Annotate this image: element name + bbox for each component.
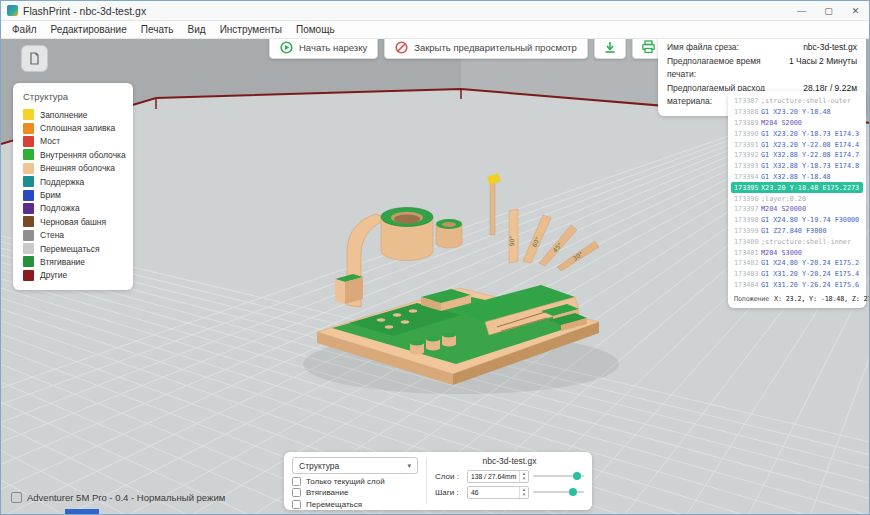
preview-controls-panel: Структура ▾ Только текущий слой Втягиван…: [284, 452, 592, 510]
info-value: nbc-3d-test.gx: [803, 41, 857, 55]
checkbox-icon: [292, 488, 301, 497]
layers-stepper[interactable]: ▴ ▾: [519, 471, 528, 482]
angle-label: 90°: [508, 236, 515, 247]
position-label: Положение: [734, 295, 769, 303]
document-icon: [28, 52, 41, 65]
legend-item: Перемещаться: [23, 242, 123, 255]
menu-print[interactable]: Печать: [134, 21, 181, 38]
info-label: Предполагаемое время печати:: [667, 55, 789, 82]
checkbox-icon: [292, 500, 301, 509]
close-preview-label: Закрыть предварительный просмотр: [414, 42, 577, 53]
maximize-button[interactable]: ▢: [815, 1, 842, 20]
steps-slider[interactable]: [533, 485, 584, 499]
gcode-line[interactable]: 173400;structure:shell-inner: [731, 236, 863, 247]
legend-swatch: [23, 230, 34, 241]
app-logo-icon: [7, 5, 18, 16]
taskbar-fragment: [65, 509, 99, 515]
legend-item: Внутренняя оболочка: [23, 148, 123, 161]
legend-item: Сплошная заливка: [23, 121, 123, 134]
legend-swatch: [23, 270, 34, 281]
step-down-icon: ▾: [523, 492, 526, 498]
legend-item: Подложка: [23, 202, 123, 215]
title-bar: FlashPrint - nbc-3d-test.gx — ▢ ✕: [1, 1, 869, 21]
machine-status-text: Adventurer 5M Pro - 0.4 - Нормальный реж…: [27, 492, 225, 503]
menu-edit[interactable]: Редактирование: [44, 21, 134, 38]
steps-label: Шаги :: [435, 488, 463, 497]
gcode-line[interactable]: 173401M204 S3000: [731, 247, 863, 258]
view-mode-value: Структура: [299, 461, 339, 471]
slider-handle[interactable]: [573, 472, 581, 480]
load-file-button[interactable]: [21, 45, 48, 72]
preview-file-name: nbc-3d-test.gx: [435, 456, 584, 466]
only-current-layer-checkbox[interactable]: Только текущий слой: [292, 477, 418, 486]
gcode-line[interactable]: 173389M204 S2000: [731, 118, 863, 129]
printer-icon: [641, 40, 656, 54]
legend-swatch: [23, 256, 34, 267]
start-slice-label: Начать нарезку: [299, 42, 367, 53]
layers-slider[interactable]: [533, 469, 584, 483]
slider-handle[interactable]: [569, 488, 577, 496]
menu-bar: Файл Редактирование Печать Вид Инструмен…: [1, 21, 869, 39]
menu-file[interactable]: Файл: [5, 21, 44, 38]
steps-stepper[interactable]: ▴ ▾: [519, 487, 528, 498]
minimize-button[interactable]: —: [788, 1, 815, 20]
gcode-line[interactable]: 173399G1 Z27.840 F3000: [731, 226, 863, 237]
legend-swatch: [23, 190, 34, 201]
window-title: FlashPrint - nbc-3d-test.gx: [23, 5, 146, 17]
gcode-line-selected[interactable]: 173395X23.20 Y-18.48 E175.2273: [731, 182, 863, 193]
travel-checkbox[interactable]: Перемещаться: [292, 500, 418, 509]
gcode-list-panel: 173387;structure:shell-outer 173388G1 X2…: [728, 91, 866, 308]
layers-label: Слои :: [435, 472, 463, 481]
gcode-line[interactable]: 173387;structure:shell-outer: [731, 96, 863, 107]
legend-swatch: [23, 163, 34, 174]
machine-status[interactable]: Adventurer 5M Pro - 0.4 - Нормальный реж…: [11, 492, 225, 503]
position-value: X: 23.2, Y: -18.48, Z: 27.84: [774, 295, 870, 303]
info-row: Предполагаемое время печати: 1 Часы 2 Ми…: [667, 55, 857, 82]
legend-item: Внешняя оболочка: [23, 162, 123, 175]
gcode-line[interactable]: 173398G1 X24.80 Y-19.74 F30000: [731, 215, 863, 226]
retraction-checkbox[interactable]: Втягивание: [292, 488, 418, 497]
chevron-down-icon: ▾: [407, 462, 411, 470]
gcode-line[interactable]: 173403G1 X31.20 Y-20.24 E175.4580: [731, 269, 863, 280]
slice-play-icon: [280, 41, 293, 54]
legend-item: Стена: [23, 229, 123, 242]
gcode-line[interactable]: 173391G1 X23.20 Y-22.08 E174.4538: [731, 139, 863, 150]
info-row: Имя файла среза: nbc-3d-test.gx: [667, 41, 857, 55]
gcode-line[interactable]: 173388G1 X23.20 Y-18.48: [731, 107, 863, 118]
cancel-icon: [395, 41, 408, 54]
gcode-line[interactable]: 173390G1 X23.20 Y-18.73 E174.3402: [731, 128, 863, 139]
legend-item: Заполнение: [23, 108, 123, 121]
gcode-line[interactable]: 173396;layer:0.20: [731, 193, 863, 204]
layers-input[interactable]: 138 / 27.64mm ▴ ▾: [467, 470, 529, 483]
legend-item: Черновая башня: [23, 215, 123, 228]
info-label: Имя файла среза:: [667, 41, 739, 55]
legend-swatch: [23, 109, 34, 120]
flashprint-window: 90° 60° 45° 30°: [0, 0, 870, 515]
gcode-line[interactable]: 173397M204 S20000: [731, 204, 863, 215]
legend-swatch: [23, 216, 34, 227]
legend-swatch: [23, 243, 34, 254]
info-value: 1 Часы 2 Минуты: [789, 55, 857, 82]
download-icon: [603, 40, 617, 54]
legend-item: Брим: [23, 188, 123, 201]
gcode-line[interactable]: 173404G1 X31.20 Y-26.24 E175.6752: [731, 280, 863, 291]
legend-swatch: [23, 136, 34, 147]
legend-item: Поддержка: [23, 175, 123, 188]
checkbox-icon: [292, 477, 301, 486]
legend-swatch: [23, 203, 34, 214]
gcode-line[interactable]: 173394G1 X32.88 Y-18.48: [731, 172, 863, 183]
gcode-line[interactable]: 173393G1 X32.88 Y-18.73 E174.8962: [731, 161, 863, 172]
menu-tools[interactable]: Инструменты: [213, 21, 289, 38]
steps-input[interactable]: 46 ▴ ▾: [467, 486, 529, 499]
gcode-line[interactable]: 173392G1 X32.88 Y-22.08 E174.7827: [731, 150, 863, 161]
step-down-icon: ▾: [523, 476, 526, 482]
legend-item: Другие: [23, 269, 123, 282]
gcode-line[interactable]: 173402G1 X24.80 Y-20.24 E175.2409: [731, 258, 863, 269]
menu-help[interactable]: Помощь: [289, 21, 342, 38]
structure-legend-panel: Структура Заполнение Сплошная заливка Мо…: [13, 83, 133, 290]
menu-view[interactable]: Вид: [181, 21, 213, 38]
view-mode-select[interactable]: Структура ▾: [292, 457, 418, 474]
legend-item: Мост: [23, 135, 123, 148]
legend-swatch: [23, 149, 34, 160]
close-button[interactable]: ✕: [842, 1, 869, 20]
